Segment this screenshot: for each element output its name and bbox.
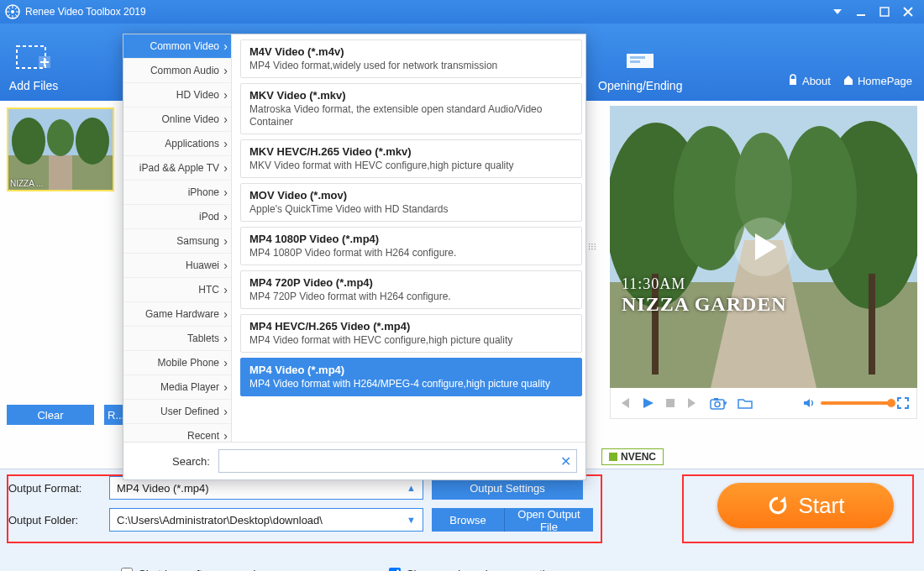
output-folder-combo[interactable]: C:\Users\Administrator\Desktop\download\… (109, 508, 423, 532)
preview-overlay-text: 11:30AM NIZZA GARDEN (622, 275, 787, 316)
snapshot-icon[interactable]: ▾ (710, 396, 727, 410)
preview-video[interactable]: 11:30AM NIZZA GARDEN (610, 106, 917, 388)
add-files-icon (15, 42, 52, 76)
format-item[interactable]: MP4 1080P Video (*.mp4)MP4 1080P Video f… (240, 227, 582, 265)
opening-ending-button[interactable]: Opening/Ending (598, 42, 682, 92)
category-item[interactable]: Game Hardware (123, 302, 231, 327)
search-input[interactable] (219, 455, 576, 468)
svg-point-23 (783, 126, 857, 270)
format-item[interactable]: MKV HEVC/H.265 Video (*.mkv)MKV Video fo… (240, 139, 582, 178)
preview-checkbox[interactable]: Show preview when converting (386, 565, 557, 571)
start-button[interactable]: Start (717, 483, 894, 528)
about-link[interactable]: About (787, 74, 831, 88)
thumb-caption: NIZZA ... (10, 179, 43, 188)
format-desc: MP4 Video format with H264/MPEG-4 config… (249, 378, 573, 390)
play-overlay-icon[interactable] (734, 217, 793, 276)
preview-time: 11:30AM (622, 275, 787, 293)
lock-icon (787, 74, 799, 88)
category-item[interactable]: Mobile Phone (123, 351, 231, 375)
format-title: MKV Video (*.mkv) (249, 89, 573, 102)
category-item[interactable]: Samsung (123, 229, 231, 254)
add-files-label: Add Files (9, 79, 58, 92)
play-icon[interactable] (641, 396, 654, 410)
format-title: MKV HEVC/H.265 Video (*.mkv) (249, 145, 573, 158)
app-window: Renee Video Toolbox 2019 Add Files Openi… (0, 0, 924, 571)
r-button-truncated[interactable]: R... (104, 405, 123, 425)
shutdown-checkbox[interactable]: Shutdown after conversion (118, 565, 268, 571)
format-item[interactable]: MP4 Video (*.mp4)MP4 Video format with H… (240, 358, 582, 396)
next-track-icon[interactable] (686, 396, 700, 410)
category-item[interactable]: Tablets (123, 327, 231, 351)
open-output-file-button[interactable]: Open Output File (504, 508, 593, 532)
svg-rect-10 (790, 79, 796, 85)
category-item[interactable]: Common Video (123, 34, 231, 59)
format-item[interactable]: MKV Video (*.mkv)Matroska Video format, … (240, 83, 582, 134)
category-item[interactable]: HTC (123, 278, 231, 302)
format-item[interactable]: MOV Video (*.mov)Apple's QuickTime Video… (240, 183, 582, 222)
category-item[interactable]: Recent (123, 424, 231, 442)
category-item[interactable]: HD Video (123, 83, 231, 107)
svg-rect-27 (666, 399, 675, 407)
category-item[interactable]: Common Audio (123, 59, 231, 83)
home-icon (843, 74, 854, 88)
format-desc: Matroska Video format, the extensible op… (249, 103, 573, 128)
fullscreen-icon[interactable] (896, 396, 910, 410)
prev-track-icon[interactable] (617, 396, 631, 410)
вол-slider[interactable] (821, 401, 891, 405)
stop-icon[interactable] (664, 397, 676, 409)
add-files-button[interactable]: Add Files (8, 42, 59, 92)
chevron-down-icon: ▼ (407, 515, 416, 525)
window-dropdown-icon[interactable] (832, 6, 843, 18)
svg-rect-28 (711, 400, 724, 409)
category-item[interactable]: Media Player (123, 375, 231, 400)
nvenc-badge: NVENC (601, 448, 664, 465)
format-desc: Apple's QuickTime Video with HD Standard… (249, 203, 573, 216)
shutdown-label: Shutdown after conversion (139, 568, 268, 572)
splitter-grip[interactable]: ········· (588, 233, 596, 259)
preview-input[interactable] (389, 568, 401, 571)
close-icon[interactable] (902, 6, 914, 18)
format-title: MP4 Video (*.mp4) (249, 364, 573, 376)
chevron-up-icon: ▲ (407, 483, 416, 493)
output-format-label: Output Format: (8, 482, 109, 495)
format-list[interactable]: M4V Video (*.m4v)MP4 Video format,widely… (232, 34, 585, 442)
maximize-icon[interactable] (879, 6, 890, 18)
svg-rect-13 (49, 155, 72, 190)
file-thumbnail[interactable]: NIZZA ... (7, 107, 114, 191)
svg-point-16 (47, 119, 74, 156)
titlebar: Renee Video Toolbox 2019 (0, 0, 924, 24)
start-label: Start (799, 493, 845, 519)
format-item[interactable]: MP4 720P Video (*.mp4)MP4 720P Video for… (240, 270, 582, 309)
format-item[interactable]: MP4 HEVC/H.265 Video (*.mp4)MP4 Video fo… (240, 314, 582, 353)
preview-controls: ▾ (610, 388, 917, 419)
category-item[interactable]: User Defined (123, 400, 231, 424)
category-list[interactable]: Common VideoCommon AudioHD VideoOnline V… (123, 34, 232, 442)
category-item[interactable]: Online Video (123, 107, 231, 132)
svg-rect-9 (630, 60, 640, 63)
category-item[interactable]: iPad && Apple TV (123, 156, 231, 181)
svg-rect-2 (857, 14, 865, 16)
folder-icon[interactable] (738, 396, 753, 410)
category-item[interactable]: Applications (123, 132, 231, 156)
volume-icon[interactable] (802, 396, 816, 410)
refresh-icon (767, 495, 789, 516)
file-list: NIZZA ... (7, 107, 114, 191)
clear-search-icon[interactable]: ✕ (560, 453, 571, 469)
category-item[interactable]: Huawei (123, 254, 231, 278)
preview-place: NIZZA GARDEN (622, 293, 787, 316)
format-item[interactable]: M4V Video (*.m4v)MP4 Video format,widely… (240, 39, 582, 78)
opening-ending-icon (623, 42, 657, 76)
browse-button[interactable]: Browse (432, 508, 504, 532)
minimize-icon[interactable] (855, 6, 867, 18)
category-item[interactable]: iPhone (123, 181, 231, 205)
homepage-link[interactable]: HomePage (843, 74, 912, 88)
opening-ending-label: Opening/Ending (598, 79, 682, 92)
format-title: M4V Video (*.m4v) (249, 45, 573, 58)
nvenc-icon (609, 453, 617, 461)
category-item[interactable]: iPod (123, 205, 231, 229)
clear-button[interactable]: Clear (7, 405, 94, 425)
format-desc: MP4 1080P Video format with H264 configu… (249, 247, 573, 259)
homepage-label: HomePage (858, 75, 912, 87)
format-desc: MKV Video format with HEVC configure,hig… (249, 160, 573, 172)
shutdown-input[interactable] (121, 568, 133, 571)
